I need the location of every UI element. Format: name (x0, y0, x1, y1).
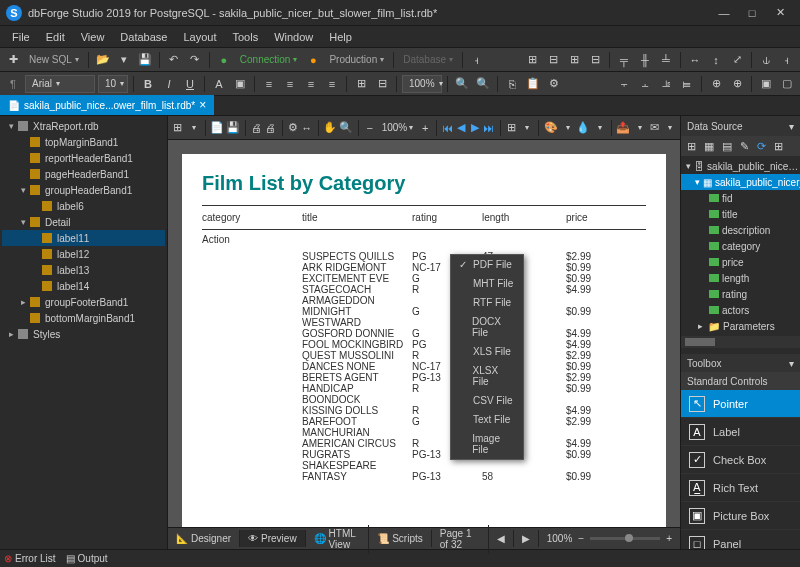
save-preview-icon[interactable]: 💾 (226, 119, 240, 137)
ds-table[interactable]: ▾▦sakila_public_nicer_but (681, 174, 800, 190)
center-v-icon[interactable]: ⊕ (728, 75, 746, 93)
ds-field[interactable]: category (681, 238, 800, 254)
ds-edit-icon[interactable]: ✎ (740, 140, 749, 153)
tree-node[interactable]: topMarginBand1 (2, 134, 165, 150)
zoom-minus-icon[interactable]: − (578, 533, 584, 544)
zoom-slider[interactable] (590, 537, 660, 540)
last-page-icon[interactable]: ⏭ (483, 119, 495, 137)
html-view-tab[interactable]: 🌐HTML View (306, 525, 370, 553)
print-icon[interactable]: 🖨 (251, 119, 263, 137)
preview-tab[interactable]: 👁Preview (240, 530, 306, 547)
minimize-button[interactable]: — (710, 3, 738, 23)
halign-icon-4[interactable]: ⫢ (678, 75, 696, 93)
tree-root[interactable]: ▾XtraReport.rdb (2, 118, 165, 134)
export-menu-item[interactable]: CSV File (451, 391, 523, 410)
doc-icon[interactable]: 📄 (210, 119, 224, 137)
toolbox-item[interactable]: □Panel (681, 530, 800, 549)
toolbox-item[interactable]: ALabel (681, 418, 800, 446)
paste-icon[interactable]: 📋 (524, 75, 542, 93)
new-sql-button[interactable]: ✚ (4, 51, 22, 69)
ds-field[interactable]: actors (681, 302, 800, 318)
tree-node[interactable]: bottomMarginBand1 (2, 310, 165, 326)
export-menu-item[interactable]: MHT File (451, 274, 523, 293)
menu-tools[interactable]: Tools (224, 29, 266, 45)
tree-node[interactable]: ▸groupFooterBand1 (2, 294, 165, 310)
toolbox-item[interactable]: ▣Picture Box (681, 502, 800, 530)
ds-add-icon[interactable]: ⊞ (687, 140, 696, 153)
toolbox-menu-icon[interactable]: ▾ (789, 358, 794, 369)
menu-window[interactable]: Window (266, 29, 321, 45)
ds-refresh-icon[interactable]: ⟳ (757, 140, 766, 153)
spacing-icon-1[interactable]: ⫝ (757, 51, 775, 69)
menu-layout[interactable]: Layout (175, 29, 224, 45)
params-dropdown[interactable] (186, 123, 200, 132)
tree-node[interactable]: reportHeaderBand1 (2, 150, 165, 166)
color-icon[interactable]: 🎨 (544, 119, 558, 137)
undo-icon[interactable]: ↶ (165, 51, 183, 69)
connection-dropdown[interactable]: Connection (236, 54, 302, 65)
zoom-dropdown[interactable]: 100% (402, 75, 442, 93)
ds-filter-icon[interactable]: ▤ (722, 140, 732, 153)
italic-icon[interactable]: I (160, 75, 178, 93)
new-sql-dropdown[interactable]: New SQL (25, 54, 83, 65)
settings-icon[interactable]: ⚙ (545, 75, 563, 93)
halign-icon-1[interactable]: ⫟ (615, 75, 633, 93)
scale-icon[interactable]: ↔ (301, 119, 313, 137)
export-icon[interactable]: 📤 (616, 119, 630, 137)
ds-grid-icon[interactable]: ▦ (704, 140, 714, 153)
align-center-text-icon[interactable]: ≡ (281, 75, 299, 93)
ds-field[interactable]: price (681, 254, 800, 270)
send-back-icon[interactable]: ▢ (778, 75, 796, 93)
tree-node[interactable]: label12 (2, 246, 165, 262)
ds-field[interactable]: title (681, 206, 800, 222)
zoom-out-icon[interactable]: 🔍 (474, 75, 492, 93)
menu-database[interactable]: Database (112, 29, 175, 45)
designer-tab[interactable]: 📐Designer (168, 530, 240, 547)
layout-icon-3[interactable]: ⊞ (565, 51, 583, 69)
toolbox-item[interactable]: A̲Rich Text (681, 474, 800, 502)
tree-node[interactable]: pageHeaderBand1 (2, 166, 165, 182)
underline-icon[interactable]: U (181, 75, 199, 93)
valign-icon-2[interactable]: ╫ (636, 51, 654, 69)
format-icon[interactable]: ¶ (4, 75, 22, 93)
ruler-icon[interactable]: ⊟ (373, 75, 391, 93)
page-nav-next[interactable]: ▶ (514, 530, 539, 547)
export-menu-item[interactable]: Image File (451, 429, 523, 459)
page-nav-prev[interactable]: ◀ (489, 530, 514, 547)
center-h-icon[interactable]: ⊕ (707, 75, 725, 93)
export-menu-item[interactable]: RTF File (451, 293, 523, 312)
ds-more-icon[interactable]: ⊞ (774, 140, 783, 153)
zoom-plus-icon[interactable]: + (666, 533, 672, 544)
first-page-icon[interactable]: ⏮ (442, 119, 454, 137)
watermark-dropdown[interactable] (592, 123, 606, 132)
page-setup-icon[interactable]: ⚙ (287, 119, 299, 137)
env-icon[interactable]: ● (304, 51, 322, 69)
toolbox-item[interactable]: ✓Check Box (681, 446, 800, 474)
toolbox-section[interactable]: Standard Controls (681, 372, 800, 390)
open-icon[interactable]: 📂 (94, 51, 112, 69)
export-menu-item[interactable]: XLSX File (451, 361, 523, 391)
open-dropdown[interactable]: ▾ (115, 51, 133, 69)
save-icon[interactable]: 💾 (136, 51, 154, 69)
size-icon-1[interactable]: ↔ (686, 51, 704, 69)
halign-icon-3[interactable]: ⫡ (657, 75, 675, 93)
params-icon[interactable]: ⊞ (172, 119, 184, 137)
size-icon-3[interactable]: ⤢ (728, 51, 746, 69)
hand-icon[interactable]: ✋ (323, 119, 337, 137)
menu-help[interactable]: Help (321, 29, 360, 45)
align-left-icon[interactable]: ⫞ (468, 51, 486, 69)
quick-print-icon[interactable]: 🖨 (265, 119, 277, 137)
ds-field[interactable]: description (681, 222, 800, 238)
spacing-icon-2[interactable]: ⫞ (778, 51, 796, 69)
close-button[interactable]: ✕ (766, 3, 794, 23)
prev-page-icon[interactable]: ◀ (455, 119, 467, 137)
document-tab[interactable]: 📄 sakila_public_nice...ower_film_list.rd… (0, 95, 214, 115)
multipage-icon[interactable]: ⊞ (505, 119, 517, 137)
layout-icon-4[interactable]: ⊟ (586, 51, 604, 69)
copy-icon[interactable]: ⎘ (503, 75, 521, 93)
tree-node[interactable]: ▸Styles (2, 326, 165, 342)
ds-field[interactable]: fid (681, 190, 800, 206)
export-menu-item[interactable]: DOCX File (451, 312, 523, 342)
ds-parameters[interactable]: ▸📁Parameters (681, 318, 800, 334)
align-left-text-icon[interactable]: ≡ (260, 75, 278, 93)
